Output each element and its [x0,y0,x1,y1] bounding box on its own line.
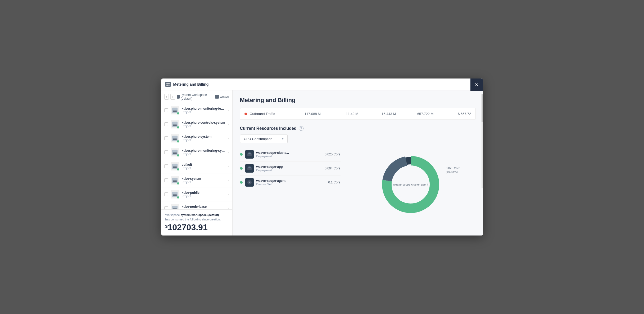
svg-rect-31 [173,195,177,196]
status-dot [177,196,179,198]
breadcrumb-forward-btn[interactable]: › [170,94,175,100]
project-item[interactable]: kubesphere-system Project › [161,131,232,145]
project-checkbox[interactable] [164,206,168,209]
project-item[interactable]: kube-node-lease Project › [161,201,232,209]
left-bottom: Workspace system-workspace (default) has… [161,209,232,236]
amount-value: 102703.91 [167,223,207,232]
resource-icon-1 [245,164,254,173]
project-item[interactable]: default Project › [161,159,232,173]
svg-rect-10 [173,123,177,123]
resource-dot-2 [240,181,243,184]
traffic-val-0: 117.088 M [288,112,326,116]
dropdown-btn[interactable]: CPU Consumption ▾ [240,135,288,143]
resource-dot-0 [240,153,243,156]
project-checkbox[interactable] [164,178,168,182]
svg-rect-32 [172,206,178,209]
header-icon [165,82,171,87]
resource-icon-0 [245,150,254,159]
project-icon-0 [171,106,179,114]
resource-name-2: weave-scope-agent [256,179,326,183]
project-info: kube-system Project [182,177,225,184]
svg-rect-9 [173,124,177,124]
svg-rect-25 [173,180,177,181]
svg-rect-34 [173,207,177,207]
project-item[interactable]: kubesphere-controls-system Project › [161,117,232,131]
svg-rect-13 [173,138,177,138]
project-item[interactable]: kube-system Project › [161,173,232,187]
project-icon-7 [171,204,179,209]
project-icon-6 [171,190,179,198]
right-panel: Metering and Billing Outbound Traffic 11… [233,90,483,236]
traffic-row: Outbound Traffic 117.088 M 11.42 M 16.44… [240,108,475,119]
project-name: kubesphere-system [182,135,225,138]
resource-dot-1 [240,167,243,170]
project-info: kubesphere-controls-system Project [182,121,225,128]
svg-rect-30 [173,193,177,193]
svg-rect-3 [168,85,170,86]
project-info: kubesphere-system Project [182,135,225,142]
project-name: kube-node-lease [182,205,225,209]
traffic-table: Outbound Traffic 117.088 M 11.42 M 16.44… [240,108,476,120]
project-info: kubesphere-monitoring-system Project [182,149,225,156]
status-dot [177,182,179,184]
resource-value-1: 0.004 Core [325,167,340,170]
workspace-suffix: has consumed the following since creatio… [165,218,221,221]
resource-list: weave-scope-cluste... Deployment 0.025 C… [240,147,341,221]
project-checkbox[interactable] [164,150,168,154]
svg-rect-14 [173,137,177,137]
project-checkbox[interactable] [164,108,168,112]
traffic-val-2: 16.443 M [364,112,401,116]
project-icon-3 [171,148,179,156]
project-item[interactable]: kubesphere-monitoring-system Project › [161,145,232,159]
project-chevron-icon: › [228,192,229,196]
resources-content: weave-scope-cluste... Deployment 0.025 C… [240,147,476,221]
breadcrumb-workspace: system-workspace (default) [177,93,211,100]
workspace-footer-text: Workspace system-workspace (default) has… [165,213,228,221]
project-checkbox[interactable] [164,122,168,126]
breadcrumb-back-btn[interactable]: ‹ [164,94,169,100]
resource-item: weave-scope-agent DaemonSet 0.1 Core [240,176,341,189]
project-type: Project [182,124,225,128]
svg-rect-27 [173,181,177,182]
close-button[interactable]: ✕ [470,78,483,91]
traffic-label: Outbound Traffic [250,112,289,116]
resource-item: weave-scope-app Deployment 0.004 Core [240,161,341,176]
resource-info-0: weave-scope-cluste... Deployment [256,151,322,158]
svg-rect-41 [249,182,250,183]
project-item[interactable]: kube-public Project › [161,187,232,201]
project-name: kubesphere-controls-system [182,121,225,124]
breadcrumb-current: weave [215,95,229,99]
svg-rect-6 [173,109,177,109]
modal-header: Metering and Billing ✕ [161,78,483,90]
resource-type-2: DaemonSet [256,183,326,186]
traffic-dot [244,113,247,115]
status-dot [177,140,179,142]
project-name: kubesphere-monitoring-system [182,149,225,153]
project-type: Project [182,195,225,198]
status-dot [177,112,179,114]
resource-name-0: weave-scope-cluste... [256,151,322,155]
resource-icon-2 [245,178,254,187]
modal-body: ‹ › system-workspace (default) › weave [161,90,483,236]
svg-rect-11 [173,125,177,126]
project-checkbox[interactable] [164,192,168,196]
svg-rect-17 [173,152,177,153]
breadcrumb-current-label: weave [220,95,229,99]
svg-rect-18 [173,151,177,151]
help-icon[interactable]: ? [299,126,303,131]
project-checkbox[interactable] [164,136,168,140]
project-type: Project [182,153,225,156]
breadcrumb-workspace-label: system-workspace (default) [181,93,211,100]
svg-text:0.025 Core: 0.025 Core [446,167,460,170]
svg-rect-39 [248,167,251,168]
project-list: kubesphere-monitoring-federated Project … [161,103,232,209]
project-name: kubesphere-monitoring-federated [182,107,225,110]
project-icon-4 [171,162,179,170]
chevron-down-icon: ▾ [282,137,284,141]
project-checkbox[interactable] [164,164,168,168]
resource-info-1: weave-scope-app Deployment [256,165,322,172]
svg-rect-15 [173,139,177,140]
workspace-prefix: Workspace [165,213,180,216]
project-icon-1 [171,120,179,128]
project-item[interactable]: kubesphere-monitoring-federated Project … [161,103,232,117]
